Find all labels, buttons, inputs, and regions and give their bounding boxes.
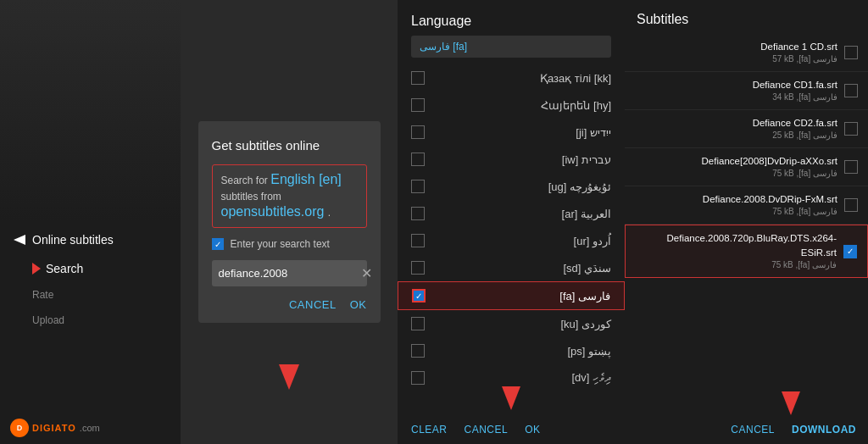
subtitles-list: Defiance 1 CD.srt فارسی [fa], 57 kB Defi… — [625, 34, 868, 415]
back-arrow-icon — [14, 235, 25, 245]
list-item[interactable]: ئۇيغۇرچە [ug] — [398, 173, 625, 200]
list-item[interactable]: پښتو [ps] — [398, 337, 625, 364]
language-header: Language — [398, 0, 625, 36]
lang-arrow — [502, 386, 520, 413]
subtitle-name: Defiance.2008.720p.BluRay.DTS.x264-ESiR.… — [636, 231, 837, 258]
subtitle-checkbox-1[interactable] — [844, 46, 858, 59]
lang-name-ur: اُردو [ur] — [435, 235, 611, 247]
list-item[interactable]: Қазақ тілі [kk] — [398, 64, 625, 92]
subtitles-download-button[interactable]: DOWNLOAD — [792, 424, 856, 436]
subtitle-checkbox-2[interactable] — [844, 84, 858, 97]
lang-checkbox-ji[interactable] — [411, 125, 425, 139]
language-list: Қазақ тілі [kk] Հայերեն [hy] ייִדיש [ji]… — [398, 61, 625, 415]
lang-checkbox-ku[interactable] — [411, 317, 425, 330]
lang-name-dv: ދިވެހި [dv] — [435, 371, 611, 385]
subtitle-meta: فارسی [fa], 25 kB — [635, 130, 837, 142]
language-search-selected: [fa] فارسی — [420, 41, 467, 53]
dialog-ok-button[interactable]: OK — [350, 298, 367, 311]
subtitle-checkbox-4[interactable] — [844, 160, 858, 174]
lang-clear-button[interactable]: CLEAR — [411, 424, 448, 436]
list-item[interactable]: ייִדיש [ji] — [398, 119, 625, 146]
list-item[interactable]: Հայերեն [hy] — [398, 92, 625, 119]
lang-name-ug: ئۇيغۇرچە [ug] — [435, 180, 611, 193]
table-row[interactable]: Defiance CD1.fa.srt فارسی [fa], 34 kB — [625, 72, 868, 110]
dialog-info-link-site[interactable]: opensubtitles.org — [221, 204, 325, 219]
table-row[interactable]: Defiance 1 CD.srt فارسی [fa], 57 kB — [625, 34, 868, 72]
lang-name-ar: العربية [ar] — [435, 208, 611, 220]
list-item-fa[interactable]: ✓ فارسی [fa] — [398, 281, 625, 310]
panel-subtitles: Subtitles Defiance 1 CD.srt فارسی [fa], … — [625, 0, 868, 444]
lang-ok-button[interactable]: OK — [525, 424, 540, 436]
nav-upload-label[interactable]: Upload — [32, 308, 167, 333]
dialog-cancel-button[interactable]: CANCEL — [289, 298, 337, 311]
language-footer: CLEAR CANCEL OK — [398, 415, 625, 444]
lang-checkbox-fa[interactable]: ✓ — [412, 289, 426, 302]
dialog-input-row: ✕ — [212, 260, 367, 286]
list-item[interactable]: کوردی [ku] — [398, 310, 625, 337]
table-row-highlighted[interactable]: Defiance.2008.720p.BluRay.DTS.x264-ESiR.… — [625, 225, 868, 277]
lang-checkbox-sd[interactable] — [411, 261, 425, 275]
subtitle-info: Defiance 1 CD.srt فارسی [fa], 57 kB — [635, 40, 837, 65]
lang-checkbox-ur[interactable] — [411, 234, 425, 247]
nav-search-label[interactable]: Search — [46, 255, 83, 282]
lang-checkbox-ps[interactable] — [411, 344, 425, 358]
nav-rate-label[interactable]: Rate — [32, 282, 167, 308]
table-row[interactable]: Defiance.2008.DvDRip-FxM.srt فارسی [fa],… — [625, 186, 868, 225]
subtitle-name: Defiance 1 CD.srt — [635, 40, 837, 53]
subtitle-checkbox-3[interactable] — [844, 122, 858, 136]
lang-name-hy: Հայերեն [hy] — [435, 99, 611, 112]
dialog-checkbox-label: Enter your search text — [231, 238, 330, 250]
digiato-logo: D DIGIATO .com — [10, 419, 100, 437]
dialog-info-link-lang[interactable]: English [en] — [270, 172, 342, 186]
lang-checkbox-ar[interactable] — [411, 207, 425, 220]
lang-checkbox-hy[interactable] — [411, 98, 425, 112]
dialog-info-text3: . — [328, 207, 331, 219]
lang-name-fa: فارسی [fa] — [436, 290, 610, 302]
lang-checkbox-dv[interactable] — [411, 371, 425, 385]
svg-marker-2 — [502, 386, 520, 410]
subtitle-info: Defiance CD2.fa.srt فارسی [fa], 25 kB — [635, 116, 837, 142]
subtitle-checkbox-6[interactable]: ✓ — [843, 245, 857, 258]
digiato-text: DIGIATO — [32, 423, 76, 433]
list-item[interactable]: العربية [ar] — [398, 200, 625, 227]
svg-marker-1 — [279, 364, 299, 390]
subtitle-checkbox-5[interactable] — [844, 198, 858, 212]
subtitle-info: Defiance.2008.DvDRip-FxM.srt فارسی [fa],… — [635, 192, 837, 218]
lang-name-ps: پښتو [ps] — [435, 345, 611, 358]
lang-checkbox-iw[interactable] — [411, 153, 425, 166]
subtitle-meta: فارسی [fa], 75 kB — [636, 259, 837, 271]
clear-input-icon[interactable]: ✕ — [361, 265, 372, 281]
list-item[interactable]: اُردو [ur] — [398, 227, 625, 254]
dialog-info-box: Search for English [en] subtitles from o… — [212, 164, 367, 228]
nav-search-arrow — [32, 263, 41, 275]
subtitle-name: Defiance CD1.fa.srt — [635, 78, 837, 92]
list-item[interactable]: سنڌي [sd] — [398, 254, 625, 281]
nav-item-search[interactable]: Online subtitles — [14, 225, 167, 255]
lang-name-sd: سنڌي [sd] — [435, 262, 611, 275]
get-subtitles-dialog: Get subtitles online Search for English … — [198, 121, 381, 323]
subtitle-meta: فارسی [fa], 57 kB — [635, 53, 837, 65]
nav-online-subtitles-label: Online subtitles — [32, 233, 114, 247]
subtitle-name: Defiance CD2.fa.srt — [635, 116, 837, 130]
panel-bg — [0, 0, 181, 220]
table-row[interactable]: Defiance CD2.fa.srt فارسی [fa], 25 kB — [625, 110, 868, 148]
svg-marker-3 — [782, 391, 800, 415]
lang-name-ku: کوردی [ku] — [435, 318, 611, 330]
subtitle-meta: فارسی [fa], 75 kB — [635, 206, 837, 218]
lang-name-ji: ייִדיש [ji] — [435, 126, 611, 139]
lang-checkbox-kk[interactable] — [411, 71, 425, 85]
panel-language: Language [fa] فارسی Қазақ тілі [kk] Հայե… — [398, 0, 625, 444]
subtitle-info: Defiance[2008]DvDrip-aXXo.srt فارسی [fa]… — [635, 154, 837, 180]
list-item[interactable]: עברית [iw] — [398, 146, 625, 173]
lang-cancel-button[interactable]: CANCEL — [465, 424, 509, 436]
language-search-bar[interactable]: [fa] فارسی — [411, 36, 611, 58]
search-input[interactable] — [219, 267, 361, 280]
panel-online-subtitles: Online subtitles Search Rate Upload D DI… — [0, 0, 181, 444]
lang-checkbox-ug[interactable] — [411, 180, 425, 193]
subtitles-cancel-button[interactable]: CANCEL — [731, 424, 775, 436]
subtitle-meta: فارسی [fa], 75 kB — [635, 168, 837, 180]
dialog-title: Get subtitles online — [212, 138, 367, 153]
table-row[interactable]: Defiance[2008]DvDrip-aXXo.srt فارسی [fa]… — [625, 148, 868, 186]
dialog-checkbox[interactable]: ✓ — [212, 238, 224, 250]
dialog-info-text2: subtitles from — [221, 191, 281, 203]
